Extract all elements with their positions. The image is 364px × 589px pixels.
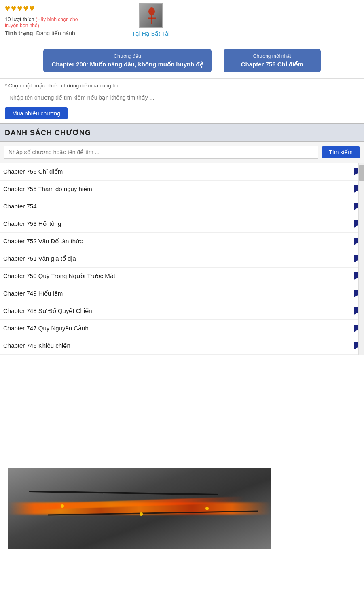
first-chapter-button[interactable]: Chương đầu Chapter 200: Muốn nàng dâu, k… <box>43 49 211 72</box>
glow-dot-1 <box>61 504 64 508</box>
chapter-list-item[interactable]: Chapter 756 Chỉ điểm <box>0 163 364 181</box>
chapter-search-input[interactable] <box>5 91 359 104</box>
list-search-button[interactable]: Tìm kiếm <box>322 146 360 158</box>
status-label: Tình trạng <box>5 30 33 36</box>
likes-info: 10 lượt thích (Hãy bình chọn cho truyện … <box>5 16 90 28</box>
chapter-item-name: Chapter 747 Quy Nguyên Cảnh <box>3 325 89 332</box>
author-area: Tại Hạ Bất Tài <box>132 3 169 37</box>
heart-1[interactable]: ♥ <box>5 3 10 14</box>
chapter-item-name: Chapter 749 Hiểu lầm <box>3 290 63 297</box>
list-search-bar: Tìm kiếm <box>0 142 364 163</box>
chapter-list-item[interactable]: Chapter 755 Thăm dò nguy hiểm <box>0 181 364 198</box>
chapter-item-name: Chapter 754 <box>3 203 37 210</box>
buy-multiple-button[interactable]: Mua nhiều chương <box>5 107 68 119</box>
chapter-item-name: Chapter 746 Khiêu chiến <box>3 342 70 349</box>
latest-chapter-name: Chapter 756 Chỉ điểm <box>232 60 313 68</box>
chapter-list-item[interactable]: Chapter 748 Sư Đồ Quyết Chiến <box>0 302 364 320</box>
chapter-list-item[interactable]: Chapter 747 Quy Nguyên Cảnh <box>0 320 364 337</box>
top-section: ♥ ♥ ♥ ♥ ♥ 10 lượt thích (Hãy bình chọn c… <box>0 0 364 43</box>
chapter-item-name: Chapter 748 Sư Đồ Quyết Chiến <box>3 307 92 315</box>
heart-2[interactable]: ♥ <box>11 3 16 14</box>
svg-point-2 <box>148 7 155 15</box>
first-chapter-label: Chương đầu <box>51 53 203 60</box>
buy-hint: * Chọn một hoặc nhiều chương để mua cùng… <box>5 83 359 89</box>
heart-4[interactable]: ♥ <box>23 3 28 14</box>
author-name[interactable]: Tại Hạ Bất Tài <box>132 30 169 37</box>
status-value: Đang tiến hành <box>36 30 75 36</box>
chapter-list-item[interactable]: Chapter 754 <box>0 198 364 215</box>
chapter-item-name: Chapter 755 Thăm dò nguy hiểm <box>3 185 92 193</box>
white-gap <box>0 355 364 468</box>
chapter-item-name: Chapter 750 Quý Trọng Người Trước Mắt <box>3 272 115 280</box>
latest-chapter-button[interactable]: Chương mới nhất Chapter 756 Chỉ điểm <box>224 49 321 72</box>
status-row: Tình trạng Đang tiến hành <box>5 30 90 36</box>
first-chapter-name: Chapter 200: Muốn nàng dâu, không muốn h… <box>51 60 203 68</box>
chapter-list-container: Chapter 756 Chỉ điểm Chapter 755 Thăm dò… <box>0 163 364 355</box>
chapter-list-item[interactable]: Chapter 751 Vân gia tổ địa <box>0 250 364 268</box>
scrollbar[interactable] <box>358 163 364 355</box>
chapter-list-header: DANH SÁCH CHƯƠNG <box>0 123 364 142</box>
chapter-list-item[interactable]: Chapter 752 Vân Đế tàn thức <box>0 233 364 250</box>
scroll-thumb[interactable] <box>359 165 364 181</box>
chapter-list-item[interactable]: Chapter 750 Quý Trọng Người Trước Mắt <box>0 268 364 285</box>
likes-row: ♥ ♥ ♥ ♥ ♥ <box>5 3 90 14</box>
author-avatar <box>139 3 163 28</box>
glow-dot-3 <box>205 507 209 510</box>
manga-image <box>8 468 271 549</box>
chapter-item-name: Chapter 752 Vân Đế tàn thức <box>3 238 83 245</box>
chapter-list-item[interactable]: Chapter 753 Hồi tông <box>0 215 364 233</box>
crack-decor-1 <box>29 491 218 495</box>
heart-5[interactable]: ♥ <box>29 3 34 14</box>
chapter-item-name: Chapter 756 Chỉ điểm <box>3 168 63 175</box>
glow-dot-2 <box>140 512 143 516</box>
chapter-item-name: Chapter 753 Hồi tông <box>3 220 61 228</box>
hearts[interactable]: ♥ ♥ ♥ ♥ ♥ <box>5 3 34 14</box>
heart-3[interactable]: ♥ <box>17 3 22 14</box>
latest-chapter-label: Chương mới nhất <box>232 53 313 60</box>
chapter-list: Chapter 756 Chỉ điểm Chapter 755 Thăm dò… <box>0 163 364 355</box>
chapter-nav: Chương đầu Chapter 200: Muốn nàng dâu, k… <box>0 43 364 78</box>
buy-section: * Chọn một hoặc nhiều chương để mua cùng… <box>0 78 364 122</box>
likes-count: 10 lượt thích <box>5 16 34 22</box>
chapter-list-item[interactable]: Chapter 749 Hiểu lầm <box>0 285 364 302</box>
chapter-item-name: Chapter 751 Vân gia tổ địa <box>3 255 76 262</box>
chapter-list-item[interactable]: Chapter 746 Khiêu chiến <box>0 337 364 355</box>
list-search-input[interactable] <box>4 146 318 159</box>
